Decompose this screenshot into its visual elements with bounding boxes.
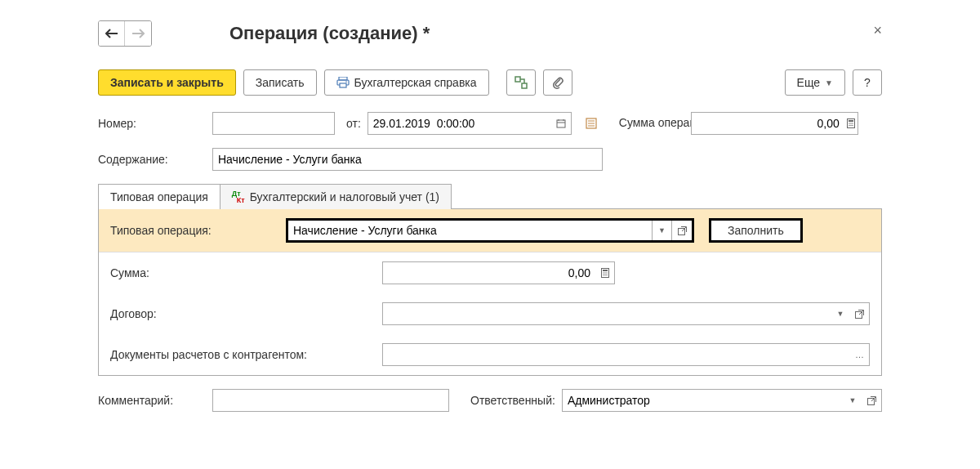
svg-line-23	[682, 227, 686, 231]
type-operation-combo: ▼	[286, 218, 694, 243]
dt-kt-icon: ДтКт	[232, 190, 245, 203]
docs-group: …	[382, 343, 870, 366]
responsible-group: ▼	[562, 389, 882, 412]
responsible-dropdown-button[interactable]: ▼	[843, 389, 862, 412]
sum-calc-button[interactable]	[595, 261, 615, 284]
tab-type-operation-label: Типовая операция	[110, 190, 208, 203]
row-settlement-docs: Документы расчетов с контрагентом: …	[99, 334, 881, 375]
header: Операция (создание) * ×	[98, 20, 882, 47]
responsible-label: Ответственный:	[470, 394, 555, 407]
page-title: Операция (создание) *	[229, 23, 430, 44]
contract-input[interactable]	[382, 302, 831, 325]
nav-back-button[interactable]	[99, 21, 125, 46]
svg-point-17	[850, 123, 851, 123]
arrow-right-icon	[131, 29, 145, 38]
responsible-input[interactable]	[562, 389, 843, 412]
ellipsis-icon: …	[855, 350, 864, 360]
docs-input[interactable]	[382, 343, 850, 366]
content-label: Содержание:	[98, 153, 206, 166]
save-button[interactable]: Записать	[243, 69, 317, 96]
svg-point-31	[606, 275, 607, 275]
document-icon	[585, 118, 598, 129]
svg-point-27	[604, 272, 605, 273]
row-contract: Договор: ▼	[99, 293, 881, 334]
structure-icon	[514, 76, 528, 89]
date-label: от:	[346, 117, 361, 130]
more-label: Еще	[797, 76, 821, 89]
content-input[interactable]	[212, 148, 603, 171]
docs-label: Документы расчетов с контрагентом:	[110, 348, 374, 361]
row-sum: Сумма:	[99, 252, 881, 293]
operation-sum-label: Сумма операции:	[619, 117, 684, 129]
svg-point-29	[603, 275, 604, 275]
contract-label: Договор:	[110, 307, 374, 320]
link-button[interactable]	[506, 69, 536, 96]
open-external-icon	[855, 310, 864, 319]
type-operation-row: Типовая операция: ▼ Заполнить	[99, 209, 881, 252]
svg-line-35	[871, 397, 875, 401]
attach-button[interactable]	[543, 69, 572, 96]
arrow-left-icon	[105, 29, 118, 38]
chevron-down-icon: ▼	[658, 226, 666, 234]
type-operation-dropdown-button[interactable]: ▼	[653, 221, 672, 240]
type-operation-input[interactable]	[288, 221, 653, 240]
calendar-icon	[556, 118, 566, 128]
close-button[interactable]: ×	[873, 22, 882, 39]
tab-accounting[interactable]: ДтКт Бухгалтерский и налоговый учет (1)	[220, 184, 452, 209]
row-footer: Комментарий: Ответственный: ▼	[98, 389, 882, 412]
svg-line-33	[859, 310, 863, 315]
tab-type-operation[interactable]: Типовая операция	[98, 184, 220, 209]
responsible-open-button[interactable]	[862, 389, 882, 412]
printer-icon	[336, 77, 350, 88]
type-operation-label: Типовая операция:	[110, 224, 278, 237]
type-operation-open-button[interactable]	[672, 221, 692, 240]
svg-rect-4	[515, 77, 520, 82]
operation-sum-calc-button[interactable]	[844, 112, 858, 135]
fill-button[interactable]: Заполнить	[709, 218, 803, 243]
number-input[interactable]	[212, 112, 335, 135]
form-icon[interactable]	[585, 118, 598, 129]
svg-point-19	[849, 125, 849, 126]
svg-rect-25	[603, 270, 608, 271]
calculator-icon	[601, 268, 609, 278]
date-picker-button[interactable]	[552, 112, 572, 135]
svg-point-21	[852, 125, 853, 126]
comment-input[interactable]	[212, 389, 449, 412]
contract-group: ▼	[382, 302, 870, 325]
open-external-icon	[678, 226, 687, 235]
date-input-group	[368, 112, 572, 135]
svg-rect-5	[522, 83, 527, 88]
contract-dropdown-button[interactable]: ▼	[831, 302, 850, 325]
nav-forward-button[interactable]	[125, 21, 151, 46]
calculator-icon	[847, 118, 855, 128]
operation-sum-input[interactable]	[691, 112, 844, 135]
open-external-icon	[867, 396, 876, 405]
nav-buttons	[98, 20, 152, 47]
contract-open-button[interactable]	[850, 302, 870, 325]
tabs: Типовая операция ДтКт Бухгалтерский и на…	[98, 184, 882, 209]
more-button[interactable]: Еще ▼	[785, 69, 845, 96]
tab-content: Типовая операция: ▼ Заполнить Сумма: Дог…	[98, 208, 882, 376]
docs-more-button[interactable]: …	[850, 343, 870, 366]
sum-group	[382, 261, 615, 284]
chevron-down-icon: ▼	[837, 310, 844, 318]
comment-label: Комментарий:	[98, 394, 206, 407]
chevron-down-icon: ▼	[825, 78, 833, 87]
sum-label: Сумма:	[110, 266, 374, 279]
help-button[interactable]: ?	[853, 69, 882, 96]
toolbar: Записать и закрыть Записать Бухгалтерска…	[98, 69, 882, 96]
svg-rect-6	[557, 120, 565, 127]
row-content: Содержание:	[98, 148, 882, 171]
accounting-report-button[interactable]: Бухгалтерская справка	[324, 69, 489, 96]
svg-point-28	[606, 272, 607, 273]
svg-point-20	[850, 125, 851, 126]
sum-input[interactable]	[382, 261, 595, 284]
row-number-date-sum: Номер: от: Сумма операции:	[98, 112, 882, 135]
save-and-close-button[interactable]: Записать и закрыть	[98, 69, 236, 96]
chevron-down-icon: ▼	[849, 396, 857, 404]
svg-rect-15	[849, 120, 853, 122]
date-input[interactable]	[368, 112, 552, 135]
paperclip-icon	[552, 76, 564, 89]
operation-sum-group	[691, 112, 858, 135]
tab-accounting-label: Бухгалтерский и налоговый учет (1)	[250, 190, 439, 203]
